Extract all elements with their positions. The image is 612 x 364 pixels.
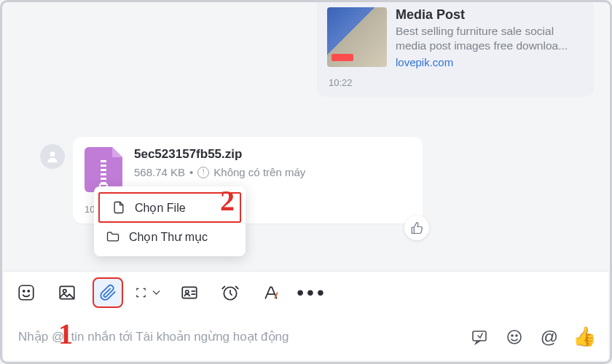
- choose-folder-item[interactable]: Chọn Thư mục: [94, 223, 246, 250]
- chevron-down-icon: [150, 283, 162, 302]
- file-size: 568.74 KB: [134, 166, 185, 178]
- choose-file-label: Chọn File: [135, 201, 186, 215]
- svg-point-5: [63, 289, 66, 292]
- svg-point-11: [511, 335, 513, 336]
- link-preview-title: Media Post: [396, 7, 584, 23]
- svg-rect-6: [182, 287, 197, 298]
- thumbs-up-icon: [410, 221, 423, 234]
- link-preview-card[interactable]: Media Post Best selling furniture sale s…: [317, 0, 594, 97]
- zip-file-icon: [85, 147, 122, 192]
- link-preview-thumbnail: [327, 7, 387, 67]
- svg-point-0: [50, 151, 55, 157]
- reminder-button[interactable]: [216, 279, 244, 306]
- ellipsis-icon: •••: [297, 281, 326, 304]
- send-like-button[interactable]: 👍: [575, 328, 594, 347]
- file-meta: 568.74 KB • ! Không có trên máy: [134, 166, 305, 178]
- sticker-button[interactable]: [12, 279, 40, 306]
- file-icon: [111, 200, 126, 215]
- quick-reply-button[interactable]: [470, 328, 489, 347]
- format-button[interactable]: [257, 279, 285, 306]
- svg-point-7: [186, 290, 189, 293]
- file-status: Không có trên máy: [213, 166, 305, 178]
- contact-card-button[interactable]: [176, 279, 203, 306]
- svg-rect-9: [473, 331, 486, 341]
- mention-button[interactable]: @: [540, 328, 559, 347]
- composer-toolbar: •••: [4, 271, 608, 313]
- svg-point-3: [28, 290, 29, 291]
- link-preview-domain: lovepik.com: [396, 56, 584, 68]
- folder-icon: [106, 229, 120, 244]
- svg-point-2: [23, 290, 25, 291]
- message-time: 10:22: [327, 77, 584, 88]
- composer-input-row: Nhập @, tin nhắn tới Tài khoản ngừng hoạ…: [4, 313, 608, 360]
- svg-point-10: [508, 331, 521, 344]
- person-icon: [45, 149, 60, 164]
- annotation-two: 2: [220, 183, 235, 218]
- emoji-button[interactable]: [505, 328, 524, 347]
- svg-rect-1: [19, 285, 34, 300]
- reaction-button[interactable]: [404, 215, 429, 240]
- message-input[interactable]: Nhập @, tin nhắn tới Tài khoản ngừng hoạ…: [18, 329, 470, 344]
- link-preview-description: Best selling furniture sale social media…: [396, 24, 584, 53]
- info-icon: !: [197, 167, 209, 178]
- screenshot-button[interactable]: [135, 279, 162, 306]
- file-name: 5ec523157fb55.zip: [134, 147, 305, 162]
- image-button[interactable]: [53, 279, 81, 306]
- choose-folder-label: Chọn Thư mục: [129, 230, 208, 244]
- more-button[interactable]: •••: [298, 279, 326, 306]
- attach-button[interactable]: [94, 279, 122, 306]
- annotation-one: 1: [58, 317, 73, 351]
- avatar: [40, 144, 65, 169]
- svg-point-12: [516, 335, 517, 336]
